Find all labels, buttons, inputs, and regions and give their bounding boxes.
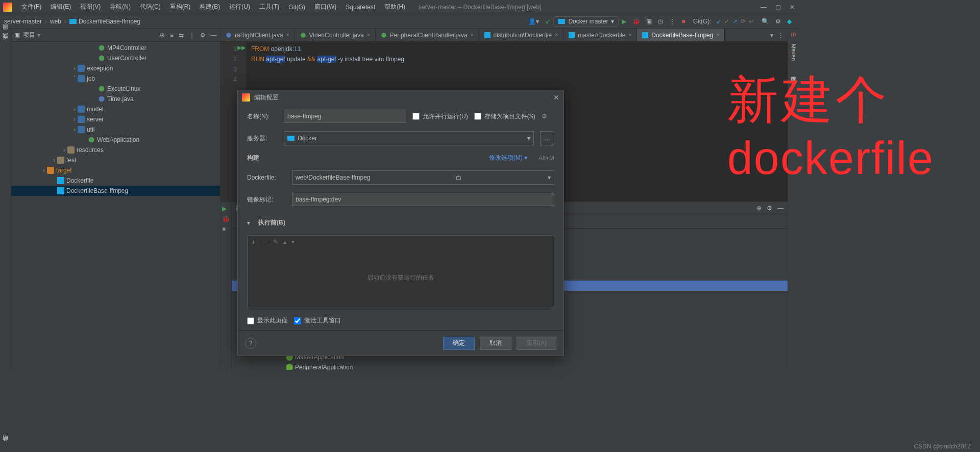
gear-icon[interactable]: ⚙ bbox=[542, 113, 547, 120]
apply-button[interactable]: 应用(A) bbox=[517, 337, 556, 350]
close-tab-icon[interactable]: × bbox=[628, 32, 631, 38]
tree-row[interactable]: ›test bbox=[11, 155, 220, 165]
rail-database[interactable]: 数据库 bbox=[789, 69, 798, 75]
tree-row[interactable]: ˅job bbox=[11, 73, 220, 84]
menu-item[interactable]: 帮助(H) bbox=[380, 2, 409, 12]
chevron-down-icon[interactable]: ▾ bbox=[247, 219, 250, 227]
dialog-close-button[interactable]: ✕ bbox=[553, 93, 559, 102]
close-tab-icon[interactable]: × bbox=[716, 32, 719, 38]
more-icon[interactable]: ⋮ bbox=[189, 32, 195, 39]
rail-structure[interactable]: 结构 bbox=[0, 444, 11, 448]
allow-parallel-checkbox[interactable]: 允许并行运行(U) bbox=[412, 112, 468, 121]
stop-icon[interactable]: ■ bbox=[222, 225, 230, 233]
more-run-icon[interactable]: ⋮ bbox=[666, 17, 678, 26]
search-everywhere-icon[interactable]: 🔍 bbox=[758, 17, 772, 26]
build-icon[interactable]: ↙ bbox=[542, 17, 553, 26]
editor-tab[interactable]: distribution\Dockerfile× bbox=[479, 29, 564, 41]
store-project-checkbox[interactable]: 存储为项目文件(S) bbox=[474, 112, 535, 121]
name-input[interactable] bbox=[284, 110, 406, 123]
breadcrumb-item[interactable]: server-master bbox=[4, 18, 42, 25]
editor-tab[interactable]: DockerfileBase-ffmpeg× bbox=[637, 29, 725, 41]
maven-icon[interactable]: m bbox=[791, 31, 796, 38]
breadcrumb[interactable]: server-master› web› DockerfileBase-ffmpe… bbox=[4, 18, 140, 25]
close-button[interactable]: ✕ bbox=[789, 4, 796, 11]
server-browse-button[interactable]: … bbox=[540, 131, 554, 145]
ide-services-icon[interactable]: ◆ bbox=[784, 17, 795, 26]
add-icon[interactable]: ＋ bbox=[251, 238, 257, 246]
menu-item[interactable]: 运行(U) bbox=[225, 2, 254, 12]
tree-row[interactable]: UserController bbox=[11, 53, 220, 63]
editor-tabs[interactable]: raRightClient.java×VideoController.java×… bbox=[220, 29, 788, 42]
folder-icon[interactable]: 🗀 bbox=[456, 174, 462, 181]
activate-tool-checkbox[interactable]: 激活工具窗口 bbox=[294, 316, 341, 325]
close-tab-icon[interactable]: × bbox=[367, 32, 370, 38]
git-widget[interactable]: Git(G): ↙✓↗⟳↩ bbox=[689, 17, 758, 26]
maximize-button[interactable]: ▢ bbox=[774, 4, 781, 11]
close-tab-icon[interactable]: × bbox=[555, 32, 558, 38]
settings-icon[interactable]: ⚙ bbox=[772, 17, 784, 26]
rail-project[interactable]: 项目 bbox=[1, 31, 10, 37]
editor-tab[interactable]: master\Dockerfile× bbox=[564, 29, 637, 41]
bug-icon[interactable]: 🐞 bbox=[222, 215, 230, 222]
edit-icon[interactable]: ✎ bbox=[273, 238, 278, 245]
menu-item[interactable]: 导航(N) bbox=[106, 2, 135, 12]
run-gutter-icon[interactable]: ▶▶ bbox=[237, 44, 246, 51]
project-title[interactable]: 项目 ▾ bbox=[23, 31, 40, 39]
tree-row[interactable]: ›model bbox=[11, 104, 220, 114]
tree-row[interactable]: ExcuteLinux bbox=[11, 84, 220, 94]
menu-item[interactable]: Squaretest bbox=[341, 3, 379, 12]
tree-row[interactable]: Time.java bbox=[11, 94, 220, 104]
show-page-checkbox[interactable]: 显示此页面 bbox=[247, 316, 288, 325]
tree-row[interactable]: DockerfileBase-ffmpeg bbox=[11, 186, 220, 196]
tree-row[interactable]: ›server bbox=[11, 114, 220, 124]
run-config-selector[interactable]: Docker master ▾ bbox=[553, 16, 619, 27]
play-icon[interactable]: ▶ bbox=[222, 205, 230, 212]
gear-icon[interactable]: ⚙ bbox=[200, 32, 206, 39]
profile-button[interactable]: ◷ bbox=[655, 17, 666, 26]
close-tab-icon[interactable]: × bbox=[286, 32, 289, 38]
gear-icon[interactable]: ⚙ bbox=[767, 205, 772, 212]
breadcrumb-item[interactable]: DockerfileBase-ffmpeg bbox=[79, 18, 140, 25]
debug-button[interactable]: 🐞 bbox=[629, 17, 643, 26]
collapse-all-icon[interactable]: ⇆ bbox=[179, 32, 184, 39]
server-select[interactable]: Docker ▾ bbox=[284, 131, 534, 145]
target-icon[interactable]: ⊕ bbox=[756, 205, 762, 212]
menu-item[interactable]: 工具(T) bbox=[255, 2, 283, 12]
tree-row[interactable]: MP4Controller bbox=[11, 43, 220, 53]
hide-icon[interactable]: — bbox=[211, 32, 217, 39]
up-icon[interactable]: ▴ bbox=[283, 238, 286, 245]
minimize-button[interactable]: — bbox=[760, 4, 767, 11]
expand-all-icon[interactable]: ≡ bbox=[170, 32, 174, 39]
help-button[interactable]: ? bbox=[245, 338, 256, 349]
chevron-down-icon[interactable]: ▾ bbox=[770, 32, 773, 39]
tree-row[interactable]: ›util bbox=[11, 124, 220, 135]
editor-tab[interactable]: raRightClient.java× bbox=[220, 29, 295, 41]
run-button[interactable]: ▶ bbox=[619, 17, 629, 26]
menu-item[interactable]: Git(G) bbox=[284, 3, 309, 12]
modify-options-link[interactable]: 修改选项(M) ▾ bbox=[489, 154, 527, 162]
editor-tab[interactable]: VideoController.java× bbox=[295, 29, 376, 41]
down-icon[interactable]: ▾ bbox=[291, 238, 295, 245]
tree-row[interactable]: ›target bbox=[11, 165, 220, 175]
menu-item[interactable]: 文件(F) bbox=[17, 2, 45, 12]
dockerfile-input[interactable]: web\DockerfileBase-ffmpeg 🗀 ▾ bbox=[292, 170, 554, 185]
locate-icon[interactable]: ⊕ bbox=[160, 32, 165, 39]
menu-item[interactable]: 窗口(W) bbox=[310, 2, 340, 12]
user-icon[interactable]: 👤▾ bbox=[525, 17, 542, 26]
stop-button[interactable]: ■ bbox=[678, 17, 688, 26]
tree-row[interactable]: ›exception bbox=[11, 63, 220, 73]
more-icon[interactable]: ⋮ bbox=[777, 32, 783, 39]
menu-item[interactable]: 重构(R) bbox=[166, 2, 195, 12]
editor-tab[interactable]: PeripheralClientHandler.java× bbox=[376, 29, 479, 41]
project-tree[interactable]: MP4ControllerUserController›exception˅jo… bbox=[11, 42, 220, 370]
rail-maven[interactable]: Maven bbox=[790, 41, 798, 64]
menu-item[interactable]: 视图(V) bbox=[76, 2, 105, 12]
menu-item[interactable]: 构建(B) bbox=[195, 2, 224, 12]
close-tab-icon[interactable]: × bbox=[471, 32, 474, 38]
image-tag-input[interactable] bbox=[292, 193, 554, 206]
service-row[interactable]: PeripheralApplication bbox=[232, 362, 788, 370]
hide-icon[interactable]: — bbox=[777, 205, 783, 212]
tree-row[interactable]: Dockerfile bbox=[11, 175, 220, 186]
rail-commit[interactable]: 提交 bbox=[1, 41, 10, 47]
tree-row[interactable]: WebApplication bbox=[11, 135, 220, 145]
